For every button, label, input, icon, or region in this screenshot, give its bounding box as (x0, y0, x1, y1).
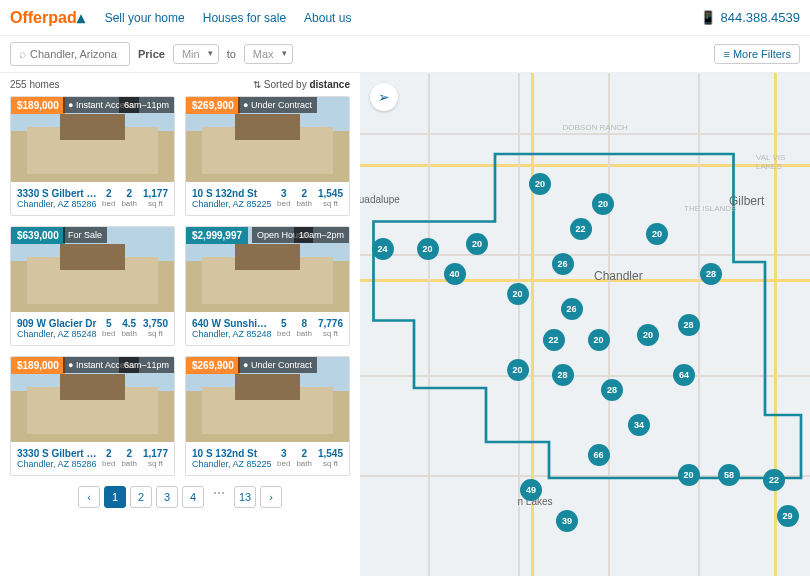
price-to: to (227, 48, 236, 60)
price-badge: $639,000 (11, 227, 65, 244)
map-pin[interactable]: 20 (637, 324, 659, 346)
listing-card[interactable]: $639,000 For Sale 909 W Glacier Dr Chand… (10, 226, 175, 346)
listing-image: $189,000 ● Instant Access 6am–11pm (11, 97, 174, 182)
locate-icon: ➢ (378, 89, 390, 105)
status-badge: ● Under Contract (238, 357, 317, 373)
map-pin[interactable]: 58 (718, 464, 740, 486)
price-badge: $189,000 (11, 357, 65, 374)
listing-image: $269,900 ● Under Contract (186, 357, 349, 442)
listing-image: $639,000 For Sale (11, 227, 174, 312)
listing-card[interactable]: $2,999,997 Open House 10am–2pm 640 W Sun… (185, 226, 350, 346)
listing-body: 3330 S Gilbert Rd Unit 2… Chandler, AZ 8… (11, 442, 174, 475)
listing-city: Chandler, AZ 85225 (192, 199, 273, 209)
status-badge: For Sale (63, 227, 107, 243)
homes-count: 255 homes (10, 79, 59, 90)
listing-address: 3330 S Gilbert Rd Unit 2… (17, 448, 98, 459)
neighborhood-dobson: DOBSON RANCH (563, 123, 628, 132)
map-pin[interactable]: 22 (570, 218, 592, 240)
listing-body: 909 W Glacier Dr Chandler, AZ 85248 5bed… (11, 312, 174, 345)
page-2[interactable]: 2 (130, 486, 152, 508)
phone-icon: 📱 (700, 10, 716, 25)
search-input[interactable] (30, 48, 120, 60)
map-pin[interactable]: 20 (507, 359, 529, 381)
map-pin[interactable]: 20 (466, 233, 488, 255)
time-badge: 6am–11pm (119, 97, 174, 113)
page-1[interactable]: 1 (104, 486, 126, 508)
map-pin[interactable]: 20 (592, 193, 614, 215)
price-badge: $189,000 (11, 97, 65, 114)
page-last[interactable]: 13 (234, 486, 256, 508)
page-prev[interactable]: ‹ (78, 486, 100, 508)
time-badge: 10am–2pm (294, 227, 349, 243)
map-pin[interactable]: 29 (777, 505, 799, 527)
nav-houses[interactable]: Houses for sale (203, 11, 286, 25)
search-icon: ⌕ (19, 47, 26, 61)
nav-about[interactable]: About us (304, 11, 351, 25)
price-badge: $269,900 (186, 357, 240, 374)
price-badge: $269,900 (186, 97, 240, 114)
map-pin[interactable]: 28 (678, 314, 700, 336)
map-pin[interactable]: 22 (763, 469, 785, 491)
listing-card[interactable]: $189,000 ● Instant Access 6am–11pm 3330 … (10, 356, 175, 476)
map[interactable]: Gilbert Chandler Guadalupe DOBSON RANCH … (360, 73, 810, 576)
price-badge: $2,999,997 (186, 227, 248, 244)
map-pin[interactable]: 28 (552, 364, 574, 386)
map-pin[interactable]: 24 (372, 238, 394, 260)
search-box[interactable]: ⌕ (10, 42, 130, 66)
sort-by[interactable]: ⇅ Sorted by distance (253, 79, 350, 90)
neighborhood-islands: THE ISLANDS (684, 204, 736, 213)
time-badge: 6am–11pm (119, 357, 174, 373)
map-pin[interactable]: 34 (628, 414, 650, 436)
map-pin[interactable]: 20 (588, 329, 610, 351)
price-max-select[interactable]: Max (244, 44, 293, 64)
map-pin[interactable]: 20 (529, 173, 551, 195)
price-min-select[interactable]: Min (173, 44, 219, 64)
listing-address: 640 W Sunshine Pl (192, 318, 273, 329)
neighborhood-valvis: VAL VIS LAKES (756, 153, 810, 171)
locate-button[interactable]: ➢ (370, 83, 398, 111)
nav-sell[interactable]: Sell your home (105, 11, 185, 25)
city-chandler: Chandler (594, 269, 643, 283)
listing-city: Chandler, AZ 85286 (17, 459, 98, 469)
filter-bar: ⌕ Price Min to Max ≡ More Filters (0, 36, 810, 73)
boundary-polygon (360, 73, 810, 523)
listing-address: 10 S 132nd St (192, 188, 273, 199)
page-next[interactable]: › (260, 486, 282, 508)
map-pin[interactable]: 20 (646, 223, 668, 245)
nav: Sell your home Houses for sale About us (105, 11, 352, 25)
map-pin[interactable]: 26 (561, 298, 583, 320)
map-pin[interactable]: 20 (678, 464, 700, 486)
listing-card[interactable]: $269,900 ● Under Contract 10 S 132nd St … (185, 96, 350, 216)
listing-address: 3330 S Gilbert Rd Unit 2… (17, 188, 98, 199)
listing-body: 10 S 132nd St Chandler, AZ 85225 3bed 2b… (186, 182, 349, 215)
page-ellipsis: ⋯ (208, 486, 230, 508)
listing-city: Chandler, AZ 85248 (17, 329, 98, 339)
status-badge: ● Under Contract (238, 97, 317, 113)
map-pin[interactable]: 26 (552, 253, 574, 275)
map-pin[interactable]: 28 (601, 379, 623, 401)
listing-address: 909 W Glacier Dr (17, 318, 98, 329)
map-pin[interactable]: 20 (507, 283, 529, 305)
logo: Offerpad▴ (10, 8, 85, 27)
listing-body: 3330 S Gilbert Rd Unit 2… Chandler, AZ 8… (11, 182, 174, 215)
page-4[interactable]: 4 (182, 486, 204, 508)
map-pin[interactable]: 66 (588, 444, 610, 466)
listing-body: 640 W Sunshine Pl Chandler, AZ 85248 5be… (186, 312, 349, 345)
map-pin[interactable]: 28 (700, 263, 722, 285)
map-pin[interactable]: 40 (444, 263, 466, 285)
price-label: Price (138, 48, 165, 60)
listing-card[interactable]: $189,000 ● Instant Access 6am–11pm 3330 … (10, 96, 175, 216)
map-pin[interactable]: 49 (520, 479, 542, 501)
page-3[interactable]: 3 (156, 486, 178, 508)
phone-number[interactable]: 📱 844.388.4539 (700, 10, 800, 25)
more-filters-button[interactable]: ≡ More Filters (714, 44, 800, 64)
pagination: ‹ 1 2 3 4 ⋯ 13 › (10, 486, 350, 508)
map-pin[interactable]: 20 (417, 238, 439, 260)
listing-card[interactable]: $269,900 ● Under Contract 10 S 132nd St … (185, 356, 350, 476)
map-pin[interactable]: 64 (673, 364, 695, 386)
map-pin[interactable]: 22 (543, 329, 565, 351)
map-pin[interactable]: 39 (556, 510, 578, 532)
listing-body: 10 S 132nd St Chandler, AZ 85225 3bed 2b… (186, 442, 349, 475)
listing-image: $2,999,997 Open House 10am–2pm (186, 227, 349, 312)
listing-city: Chandler, AZ 85286 (17, 199, 98, 209)
